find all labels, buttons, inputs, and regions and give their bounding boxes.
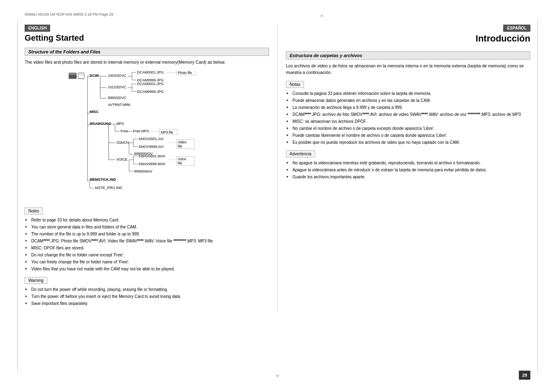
nota-item: Puede cambiar libremente el nombre de ar… [286, 132, 530, 138]
svg-text:SWAV9999.WAV: SWAV9999.WAV [138, 162, 166, 166]
svg-text:Photo file: Photo file [178, 71, 192, 75]
svg-text:DCAM9999.JPG: DCAM9999.JPG [137, 89, 164, 93]
svg-text:SWAV0001.WAV: SWAV0001.WAV [138, 154, 166, 158]
svg-text:101SSDVC: 101SSDVC [108, 85, 127, 89]
crosshair-top: + [320, 12, 323, 19]
svg-text:MSAMSUNG: MSAMSUNG [90, 122, 111, 126]
nota-item: La numeración de archivos llega a 9.999 … [286, 104, 530, 111]
svg-rect-1 [69, 73, 77, 75]
svg-rect-2 [78, 73, 84, 78]
meta-header: 00906J M2100 UK+ESP-035 9/8/05 1:18 PM P… [25, 12, 113, 19]
nota-item: Consulte la página 33 para obtener infor… [286, 90, 530, 97]
note-item: The number of the file is up to 9,999 an… [25, 231, 269, 237]
notes-list-es: Consulte la página 33 para obtener infor… [286, 90, 530, 145]
intro-text-es: Los archivos de video y de fotos se alma… [286, 63, 530, 76]
english-badge: ENGLISH [25, 25, 269, 33]
notes-box-en: Notes [25, 208, 43, 214]
svg-text:MP3: MP3 [116, 122, 124, 126]
nota-item: DCAM****.JPG: archivo de foto SMOV****.A… [286, 111, 530, 118]
nota-item: Es posible que no pueda reproducir los a… [286, 139, 530, 145]
svg-text:999SSDVC: 999SSDVC [108, 96, 127, 100]
svg-text:MEMSTICK.IND: MEMSTICK.IND [90, 178, 116, 182]
english-section: ENGLISH Getting Started Structure of the… [25, 25, 278, 311]
svg-text:file: file [178, 145, 182, 148]
spanish-section: ESPAÑOL Introducción Estructura de carpe… [278, 25, 530, 311]
svg-text:VOICE: VOICE [116, 157, 127, 161]
svg-text:SMOV0001.AVI: SMOV0001.AVI [138, 137, 164, 141]
svg-text:DCAM0001.JPG: DCAM0001.JPG [137, 82, 164, 86]
warning-box-en: Warning [25, 277, 47, 284]
svg-text:MP3 file: MP3 file [161, 131, 173, 134]
advertencia-list-es: No apague la videocámara mientras esté g… [286, 160, 530, 180]
note-item: MISC: DPOF files are stored. [25, 245, 269, 251]
svg-text:Voice: Voice [178, 157, 187, 161]
notes-box-es: Notas [286, 81, 304, 88]
svg-text:DCIM: DCIM [90, 74, 99, 78]
espanol-badge: ESPAÑOL [476, 25, 530, 33]
structure-header-es: Estructura de carpetas y archivos [286, 51, 530, 60]
svg-text:MSTK_PRO.IND: MSTK_PRO.IND [95, 186, 122, 190]
note-item: Do not change the file or folder name ex… [25, 252, 269, 258]
note-item: You can freely change the file or folder… [25, 259, 269, 265]
svg-text:AVTRNT.MRK: AVTRNT.MRK [108, 102, 131, 106]
spanish-title: Introducción [476, 33, 530, 44]
note-item: You can store general data in files and … [25, 224, 269, 230]
warning-item: Turn the power off before you insert or … [25, 293, 269, 300]
svg-text:DCAM0001.JPG: DCAM0001.JPG [137, 71, 164, 74]
crosshair-bottom: + [276, 372, 279, 380]
svg-text:100SSDVC: 100SSDVC [108, 74, 127, 78]
advertencia-item: Apague la videocámara antes de introduci… [286, 167, 530, 173]
svg-text:SMOV9999.AVI: SMOV9999.AVI [138, 145, 164, 149]
file-diagram: DCIM 100SSDVC 101SSDVC 999SSDVC [25, 71, 269, 204]
structure-header-en: Structure of the Folders and Files [25, 48, 269, 56]
advertencia-item: Guarde los archivos importantes aparte. [286, 174, 530, 180]
notes-list-en: Refer to page 33 for details about Memor… [25, 217, 269, 272]
warning-list-en: Do not turn the power off while recordin… [25, 286, 269, 307]
note-item: DCAM****.JPG: Photo file SMOV****.AVI: V… [25, 238, 269, 244]
nota-item: Puede almacenar datos generales en archi… [286, 97, 530, 104]
svg-text:Free: Free [121, 129, 128, 133]
warning-item: Save important files separately. [25, 300, 269, 307]
note-item: Refer to page 33 for details about Memor… [25, 217, 269, 223]
svg-text:9999SWAV: 9999SWAV [134, 169, 152, 173]
advertencia-box-es: Advertencia [286, 150, 315, 157]
advertencia-item: No apague la videocámara mientras esté g… [286, 160, 530, 166]
svg-text:Video: Video [178, 140, 187, 144]
svg-text:Free.MP3: Free.MP3 [133, 129, 149, 133]
nota-item: No cambie el nombre de archivo o de carp… [286, 125, 530, 131]
english-title: Getting Started [25, 33, 269, 43]
svg-text:file: file [178, 161, 182, 165]
page-number: 29 [519, 371, 530, 380]
nota-item: MISC: se almacenan los archivos DPOF. [286, 118, 530, 125]
svg-text:SSMOV: SSMOV [116, 140, 129, 144]
warning-item: Do not turn the power off while recordin… [25, 286, 269, 293]
note-item: Video files that you have not made with … [25, 266, 269, 272]
svg-text:MISC: MISC [90, 110, 99, 114]
intro-text-en: The video files and photo files are stor… [25, 59, 269, 66]
